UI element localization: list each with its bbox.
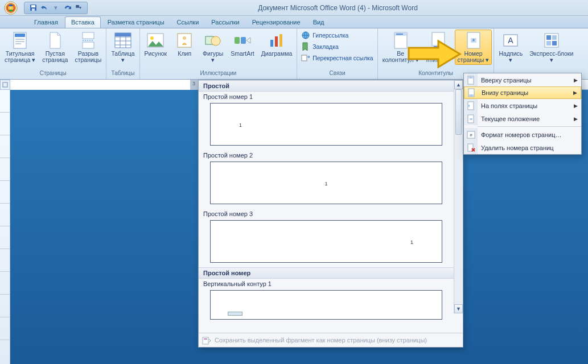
menu-current-label: Текущее положение	[481, 115, 540, 122]
tab-mailings[interactable]: Рассылки	[205, 17, 245, 28]
submenu-arrow-icon: ▶	[574, 116, 578, 122]
format-numbers-icon: #	[464, 128, 478, 141]
footer-button[interactable]: й нтитул ▾	[423, 30, 454, 65]
smartart-button[interactable]: SmartArt	[228, 30, 257, 59]
header-button[interactable]: Ве колонтитул ▾	[380, 30, 422, 65]
gallery-item-2-label[interactable]: Простой номер 2	[199, 150, 454, 160]
page-break-button[interactable]: Разрыв страницы	[72, 30, 104, 65]
header-icon	[392, 31, 410, 49]
svg-rect-28	[302, 55, 307, 61]
svg-point-17	[150, 36, 154, 40]
menu-remove-numbers[interactable]: Удалить номера страниц	[464, 141, 581, 154]
gallery-header-simpleno: Простой номер	[199, 267, 454, 279]
gallery-preview-4[interactable]	[210, 290, 442, 320]
group-links-label: Связи	[299, 70, 375, 79]
gallery-footer[interactable]: Сохранить выделенный фрагмент как номер …	[199, 333, 463, 347]
menu-top-of-page[interactable]: # Вверху страницы▶	[464, 73, 581, 86]
preview-pagenum-center: 1	[324, 181, 327, 187]
top-page-icon: #	[464, 73, 478, 86]
crossref-button[interactable]: Перекрестная ссылка	[299, 52, 375, 64]
scroll-thumb[interactable]	[455, 89, 462, 135]
preview-pagenum-left: 1	[239, 122, 242, 128]
scroll-down-icon[interactable]: ▼	[454, 304, 463, 313]
blank-page-icon	[46, 31, 64, 49]
svg-rect-26	[279, 34, 282, 47]
qat-dropdown-icon[interactable]: ▀▾	[75, 4, 83, 12]
blank-page-label: Пустая страница	[42, 51, 68, 63]
quickparts-icon	[542, 31, 561, 49]
textbox-label: Надпись ▾	[499, 51, 523, 63]
tab-view[interactable]: Вид	[307, 17, 330, 28]
scroll-up-icon[interactable]: ▲	[454, 80, 463, 89]
office-button[interactable]	[0, 0, 22, 16]
svg-rect-42	[552, 35, 557, 40]
group-pages-label: Страницы	[2, 70, 104, 79]
svg-text:#: #	[472, 38, 475, 42]
cover-page-button[interactable]: Титульная страница ▾	[2, 30, 38, 65]
ribbon: Титульная страница ▾ Пустая страница Раз…	[0, 28, 588, 80]
redo-icon[interactable]	[63, 4, 71, 12]
hyperlink-icon	[301, 31, 310, 40]
gallery-item-3-label[interactable]: Простой номер 3	[199, 209, 454, 219]
gallery-preview-2[interactable]: 1	[210, 162, 442, 204]
current-pos-icon: #	[464, 112, 478, 125]
gallery-item-1-label[interactable]: Простой номер 1	[199, 92, 454, 102]
hyperlink-button[interactable]: Гиперссылка	[299, 30, 351, 41]
menu-page-margins[interactable]: # На полях страницы▶	[464, 99, 581, 112]
gallery-item-4-label[interactable]: Вертикальный контур 1	[199, 279, 454, 289]
gallery-footer-label: Сохранить выделенный фрагмент как номер …	[215, 337, 427, 344]
picture-button[interactable]: Рисунок	[142, 30, 170, 59]
gallery-scrollbar[interactable]: ▲ ▼	[454, 80, 463, 313]
tab-layout[interactable]: Разметка страницы	[102, 17, 170, 28]
svg-rect-44	[552, 41, 557, 46]
shapes-label: Фигуры ▾	[203, 51, 223, 63]
tab-review[interactable]: Рецензирование	[246, 17, 306, 28]
vertical-ruler[interactable]	[0, 90, 10, 364]
ruler-corner[interactable]	[0, 80, 10, 90]
window-title: Документ Microsoft Office Word (4) - Mic…	[88, 4, 588, 12]
clip-label: Клип	[178, 51, 191, 57]
svg-rect-31	[396, 34, 403, 35]
shapes-icon	[204, 31, 222, 49]
svg-rect-2	[9, 5, 13, 6]
svg-rect-41	[546, 35, 551, 40]
bookmark-button[interactable]: Закладка	[299, 41, 341, 52]
page-number-gallery: Простой Простой номер 1 1 Простой номер …	[198, 80, 463, 348]
tab-references[interactable]: Ссылки	[171, 17, 205, 28]
svg-rect-12	[83, 32, 94, 39]
textbox-button[interactable]: A Надпись ▾	[496, 30, 525, 65]
preview-pagenum-right: 1	[410, 239, 413, 245]
menu-current-position[interactable]: # Текущее положение▶	[464, 112, 581, 125]
menu-bottom-of-page[interactable]: # Внизу страницы▶	[464, 86, 581, 99]
shapes-button[interactable]: Фигуры ▾	[199, 30, 227, 65]
group-headerfooter: Ве колонтитул ▾ й нтитул ▾ # Номер стран…	[378, 28, 495, 79]
gallery-preview-3[interactable]: 1	[210, 220, 442, 263]
chart-button[interactable]: Диаграмма	[258, 30, 295, 59]
gallery-preview-1[interactable]: 1	[210, 103, 442, 146]
quickparts-button[interactable]: Экспресс-блоки ▾	[527, 30, 576, 65]
save-icon[interactable]	[29, 4, 37, 12]
submenu-arrow-icon: ▶	[573, 90, 577, 96]
table-button[interactable]: Таблица ▾	[108, 30, 137, 65]
tab-home[interactable]: Главная	[28, 17, 64, 28]
svg-rect-8	[15, 34, 25, 37]
svg-point-21	[211, 36, 220, 46]
svg-rect-43	[546, 41, 551, 46]
margins-icon: #	[464, 99, 478, 112]
quickparts-label: Экспресс-блоки ▾	[529, 51, 573, 63]
page-number-button[interactable]: # Номер страницы ▾	[455, 30, 492, 65]
clip-button[interactable]: Клип	[171, 30, 198, 59]
svg-rect-45	[3, 82, 7, 87]
chart-label: Диаграмма	[261, 51, 293, 57]
tab-insert[interactable]: Вставка	[65, 16, 101, 28]
svg-rect-22	[235, 37, 240, 44]
svg-rect-23	[241, 37, 246, 44]
blank-page-button[interactable]: Пустая страница	[39, 30, 71, 65]
menu-separator	[478, 126, 581, 127]
undo-icon[interactable]	[40, 4, 48, 12]
svg-rect-6	[32, 9, 35, 11]
group-tables: Таблица ▾ Таблицы	[106, 28, 139, 79]
menu-remove-label: Удалить номера страниц	[481, 144, 554, 151]
group-links: Гиперссылка Закладка Перекрестная ссылка…	[297, 28, 377, 79]
menu-format-numbers[interactable]: # Формат номеров страниц…	[464, 128, 581, 141]
